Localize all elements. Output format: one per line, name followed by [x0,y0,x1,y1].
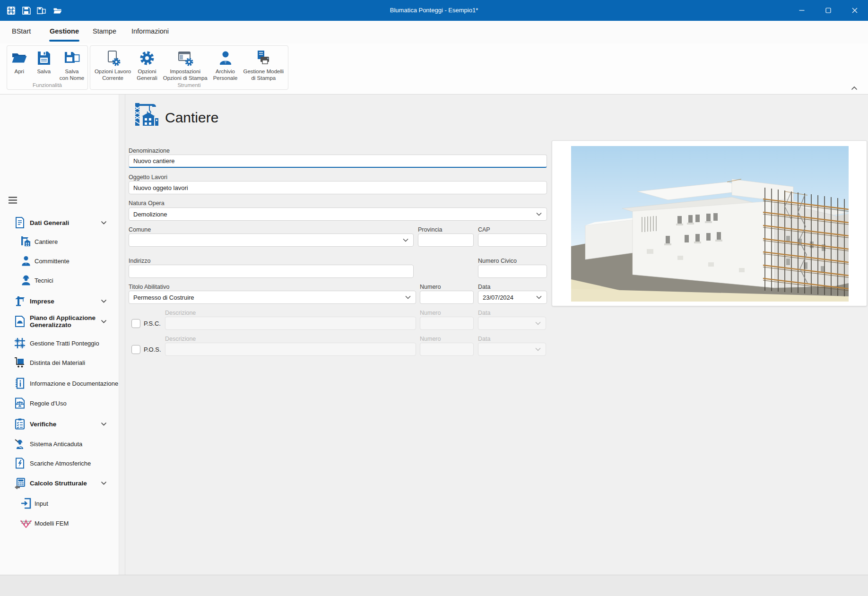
group-label-funzionalita: Funzionalità [7,82,87,88]
sidebar-item-calcolo-strutturale[interactable]: Calcolo Strutturale [0,476,119,490]
chevron-up-icon [101,221,107,225]
chevron-down-icon [403,238,408,242]
person-helmet-icon [20,274,32,286]
indirizzo-input[interactable] [129,265,414,278]
numero-civico-input[interactable] [478,265,547,278]
indirizzo-label: Indirizzo [129,258,151,264]
comune-select[interactable] [129,233,414,247]
pos-descrizione-input [165,343,416,356]
sidebar-item-modelli-fem[interactable]: Modelli FEM [0,516,119,530]
salva-button[interactable]: Salva [33,48,55,76]
app-icon [7,6,16,15]
window-title: Blumatica Ponteggi - Esempio1* [390,0,478,21]
tab-gestione[interactable]: Gestione [50,21,79,42]
chevron-down-icon [536,212,542,216]
document-icon [14,216,26,229]
navigation-sidebar: Dati Generali Cantiere Committente Tecni… [0,95,119,575]
numero-input[interactable] [420,291,474,304]
sidebar-item-distinta-materiali[interactable]: Distinta dei Materiali [0,355,119,370]
quick-save-icon[interactable] [22,6,31,15]
opzioni-lavoro-corrente-button[interactable]: Opzioni LavoroCorrente [92,48,133,82]
tab-stampe[interactable]: Stampe [93,21,116,42]
maximize-button[interactable] [815,0,842,21]
psc-numero-input [420,317,474,330]
denominazione-input[interactable] [129,155,547,168]
archivio-personale-button[interactable]: ArchivioPersonale [211,48,240,82]
preview-image-card [552,140,867,306]
sidebar-item-informazione-documentazione[interactable]: Informazione e Documentazione [0,376,119,390]
group-label-strumenti: Strumenti [90,82,288,88]
chevron-down-icon [405,295,411,299]
sidebar-item-input[interactable]: Input [0,496,119,510]
titolo-abilitativo-label: Titolo Abilitativo [129,284,169,290]
impostazioni-opzioni-stampa-button[interactable]: ImpostazioniOpzioni di Stampa [161,48,210,82]
quick-open-icon[interactable] [53,6,62,15]
numero-civico-label: Numero Civico [478,258,517,264]
sidebar-item-imprese[interactable]: Imprese [0,294,119,308]
pos-data-select [478,343,546,356]
sidebar-item-verifiche[interactable]: Verifiche [0,417,119,431]
sidebar-item-committente[interactable]: Committente [0,254,119,268]
cap-input[interactable] [478,233,547,247]
sidebar-item-piano-applicazione[interactable]: Piano di ApplicazioneGeneralizzato [0,311,119,332]
page-gear-icon [104,49,122,67]
chevron-down-icon [536,295,542,299]
info-book-icon [14,377,26,389]
comune-label: Comune [129,226,151,233]
title-bar: Blumatica Ponteggi - Esempio1* [0,0,868,21]
sidebar-item-tecnici[interactable]: Tecnici [0,273,119,287]
building-scaffolding-render [571,146,849,302]
sidebar-item-scariche-atmosferiche[interactable]: Scariche Atmosferiche [0,456,119,470]
titolo-abilitativo-select[interactable]: Permesso di Costruire [129,291,416,304]
sidebar-item-gestione-tratti[interactable]: Gestione Tratti Ponteggio [0,336,119,350]
psc-checkbox[interactable] [131,319,140,328]
calculator-icon [14,477,26,489]
ribbon-group-strumenti: Opzioni LavoroCorrente OpzioniGenerali I… [90,45,288,90]
psc-data-select [478,317,546,330]
psc-label: P.S.C. [144,320,161,327]
harness-worker-icon [14,438,26,450]
crane-building-icon [20,235,32,248]
provincia-label: Provincia [418,226,442,233]
person-icon [20,255,32,267]
salva-con-nome-button[interactable]: Salvacon Nome [57,48,87,82]
sidebar-item-dati-generali[interactable]: Dati Generali [0,216,119,230]
pos-label: P.O.S. [144,346,161,353]
panel-separator [125,95,125,575]
opzioni-generali-button[interactable]: OpzioniGenerali [134,48,159,82]
hamburger-menu-icon[interactable] [9,197,17,204]
cart-icon [14,356,26,369]
pos-checkbox[interactable] [131,345,140,354]
sidebar-item-regole-uso[interactable]: Regole d'Uso [0,396,119,410]
tab-informazioni[interactable]: Informazioni [131,21,169,42]
natura-opera-label: Natura Opera [129,200,165,207]
sidebar-item-sistema-anticaduta[interactable]: Sistema Anticaduta [0,437,119,451]
close-button[interactable] [842,0,868,21]
data-select[interactable]: 23/07/2024 [478,291,547,304]
window-gear-icon [176,49,194,67]
gear-icon [138,49,156,67]
doc-helmet-icon [14,315,26,328]
minimize-button[interactable] [789,0,815,21]
sidebar-item-cantiere[interactable]: Cantiere [0,234,119,249]
provincia-input[interactable] [418,233,474,247]
pos-data-label: Data [478,336,490,342]
oggetto-lavori-input[interactable] [129,181,547,194]
chevron-down-icon [101,320,107,323]
chevron-down-icon [535,321,541,325]
doc-lightning-icon [14,457,26,469]
chevron-down-icon [101,299,107,303]
pos-numero-label: Numero [420,336,441,342]
psc-numero-label: Numero [420,310,441,316]
cantiere-header-icon [131,100,161,130]
gestione-modelli-stampa-button[interactable]: Gestione Modellidi Stampa [241,48,286,82]
quick-save-as-icon[interactable] [37,6,46,15]
page-title: Cantiere [165,110,218,126]
open-folder-icon [10,49,28,67]
ribbon-collapse-chevron[interactable] [851,86,858,90]
pos-numero-input [420,343,474,356]
apri-button[interactable]: Apri [8,48,31,76]
natura-opera-select[interactable]: Demolizione [129,207,547,221]
data-label: Data [478,284,490,290]
tab-bstart[interactable]: BStart [12,21,31,42]
